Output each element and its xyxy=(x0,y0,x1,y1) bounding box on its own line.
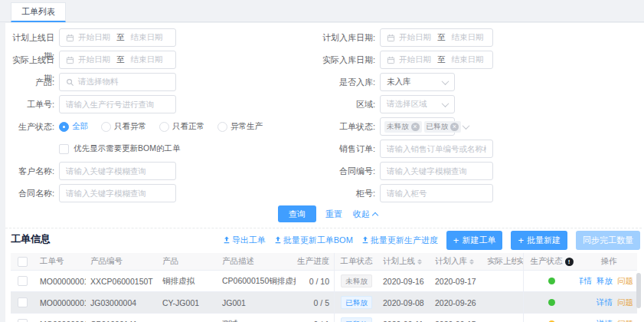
status-tag-released: 已释放 xyxy=(341,317,372,322)
radio-abnormal-production[interactable]: 异常生产 xyxy=(217,121,263,132)
row-actions: 详情 问题 xyxy=(580,314,637,322)
customer-name-input[interactable] xyxy=(59,162,176,180)
cell-order-no: MO0000000112 xyxy=(34,314,86,322)
order-status-label: 工单状态: xyxy=(266,117,375,136)
reset-link[interactable]: 重置 xyxy=(325,209,342,220)
header-actions: 操作 xyxy=(580,253,637,270)
radio-normal-only[interactable]: 只看正常 xyxy=(159,121,204,132)
sort-icon[interactable] xyxy=(417,257,422,267)
planned-inbound-daterange[interactable]: 开始日期 至 结束日期 xyxy=(380,28,493,47)
content-panel: 计划上线日期: 开始日期 至 结束日期 计划入库日期: 开始日期 至 结束日期 … xyxy=(5,23,644,322)
cell-actual-online xyxy=(482,314,516,322)
cell-planned-online: 2020-09-08 xyxy=(378,292,430,313)
container-no-input[interactable] xyxy=(380,184,493,202)
batch-update-bom-link[interactable]: 批量更新工单BOM xyxy=(274,235,353,246)
status-tag-released: 已释放 xyxy=(341,296,372,309)
prod-status-label: 生产状态: xyxy=(5,117,54,136)
planned-online-daterange[interactable]: 开始日期 至 结束日期 xyxy=(59,28,176,47)
product-select[interactable]: 请选择物料 xyxy=(59,73,176,91)
cell-product-desc: CP06000150铜排虚拟件 xyxy=(217,271,296,291)
status-tag-unreleased: 未释放 xyxy=(341,274,372,288)
row-checkbox[interactable] xyxy=(18,297,28,307)
work-order-screen: 工单列表 计划上线日期: 开始日期 至 结束日期 计划入库日期: 开始日期 至 … xyxy=(0,0,644,322)
sales-order-input[interactable] xyxy=(380,140,493,158)
collapse-link[interactable]: 收起 xyxy=(353,209,378,220)
cell-product-desc: 测试 xyxy=(217,314,296,322)
contract-name-input[interactable] xyxy=(59,184,176,202)
cell-product: CY-JG001 xyxy=(158,292,217,313)
actual-online-daterange[interactable]: 开始日期 至 结束日期 xyxy=(59,51,176,69)
header-product: 产品 xyxy=(158,253,217,270)
product-placeholder: 请选择物料 xyxy=(78,77,119,87)
order-no-input[interactable] xyxy=(59,95,176,113)
cell-planned-inbound: 2020-09-17 xyxy=(430,271,482,291)
action-detail[interactable]: 详情 xyxy=(597,319,613,322)
radio-selected-icon xyxy=(59,122,69,132)
action-issue[interactable]: 问题 xyxy=(617,319,633,322)
cell-order-no: MO0000000113 xyxy=(34,292,86,313)
prod-status-dot-green xyxy=(548,278,555,284)
action-issue[interactable]: 问题 xyxy=(617,276,633,287)
tab-work-order-list[interactable]: 工单列表 xyxy=(11,2,66,22)
calendar-icon xyxy=(66,56,74,64)
order-status-tag-released: 已释放 xyxy=(424,121,462,133)
tag-close-icon[interactable] xyxy=(411,123,420,131)
contract-no-input[interactable] xyxy=(380,162,493,180)
cell-order-no: MO0000000114 xyxy=(34,271,86,291)
radio-all[interactable]: 全部 xyxy=(59,121,88,132)
table-row[interactable]: MO0000000114 XXCP06000150T 铜排虚拟 CP060001… xyxy=(11,271,637,292)
checkbox-icon[interactable] xyxy=(59,144,69,154)
header-prod-status: 生产状态 ! xyxy=(523,253,580,270)
plus-icon: + xyxy=(453,235,459,245)
action-issue[interactable]: 问题 xyxy=(617,297,633,308)
batch-create-button[interactable]: + 批量新建 xyxy=(511,231,567,250)
section-divider xyxy=(5,228,642,228)
tag-close-icon[interactable] xyxy=(450,123,459,131)
planned-inbound-date-label: 计划入库日期: xyxy=(266,28,375,47)
date-separator: 至 xyxy=(437,54,446,65)
bom-priority-checkbox-item[interactable]: 优先显示需要更新BOM的工单 xyxy=(59,143,180,154)
end-date-placeholder: 结束日期 xyxy=(452,54,484,65)
product-label: 产品: xyxy=(5,73,54,91)
cell-planned-inbound: 2020-09-26 xyxy=(430,292,482,313)
header-planned-inbound: 计划入库 xyxy=(430,253,482,270)
order-status-multiselect[interactable]: 未释放 已释放 xyxy=(380,117,455,136)
row-checkbox[interactable] xyxy=(18,319,28,322)
sort-icon[interactable] xyxy=(469,257,474,267)
new-order-button[interactable]: + 新建工单 xyxy=(446,231,503,250)
work-order-table: 工单号 产品编号 产品 产品描述 生产进度 工单状态 计划上线 计划入库 实际上… xyxy=(11,253,637,322)
row-checkbox[interactable] xyxy=(18,276,28,286)
select-all-checkbox[interactable] xyxy=(18,257,28,267)
table-row[interactable]: MO0000000113 JG03000004 CY-JG001 JG001 0… xyxy=(11,292,637,314)
bom-priority-label: 优先显示需要更新BOM的工单 xyxy=(74,143,180,154)
search-icon xyxy=(66,78,74,87)
contract-name-label: 合同名称: xyxy=(5,184,54,202)
header-product-desc: 产品描述 xyxy=(217,253,296,270)
prod-status-radio-group: 全部 只看异常 只看正常 异常生产 xyxy=(59,117,276,136)
action-detail[interactable]: 详情 xyxy=(580,276,592,287)
region-select[interactable]: 请选择区域 xyxy=(380,95,455,113)
actual-inbound-daterange[interactable]: 开始日期 至 结束日期 xyxy=(380,51,493,69)
export-orders-link[interactable]: 导出工单 xyxy=(223,235,266,246)
header-progress: 生产进度 xyxy=(296,253,335,270)
region-label: 区域: xyxy=(266,95,375,113)
prod-status-dot-green xyxy=(548,299,555,306)
batch-update-progress-link[interactable]: 批量更新生产进度 xyxy=(361,235,438,246)
end-date-placeholder: 结束日期 xyxy=(131,32,163,43)
info-icon[interactable]: ! xyxy=(565,258,574,266)
action-detail[interactable]: 详情 xyxy=(597,297,613,308)
sync-completed-qty-button[interactable]: 同步完工数量 xyxy=(576,231,640,250)
radio-abnormal-only[interactable]: 只看异常 xyxy=(101,121,146,132)
table-row[interactable]: MO0000000112 CP01000141 测试 0 / 1 已释放 202… xyxy=(11,314,637,322)
cell-planned-online: 2020-09-16 xyxy=(378,271,430,291)
header-planned-online: 计划上线 xyxy=(378,253,430,270)
warehoused-select[interactable]: 未入库 xyxy=(380,73,455,91)
action-release[interactable]: 释放 xyxy=(597,276,613,287)
radio-icon xyxy=(101,122,111,132)
vertical-scrollbar[interactable] xyxy=(636,273,641,308)
actual-inbound-date-label: 实际入库日期: xyxy=(266,51,375,69)
cell-progress: 0 / 10 xyxy=(296,271,335,291)
search-button[interactable]: 查询 xyxy=(278,205,316,222)
row-actions: 详情 释放 问题 xyxy=(580,271,637,291)
contract-no-label: 合同编号: xyxy=(266,162,375,180)
